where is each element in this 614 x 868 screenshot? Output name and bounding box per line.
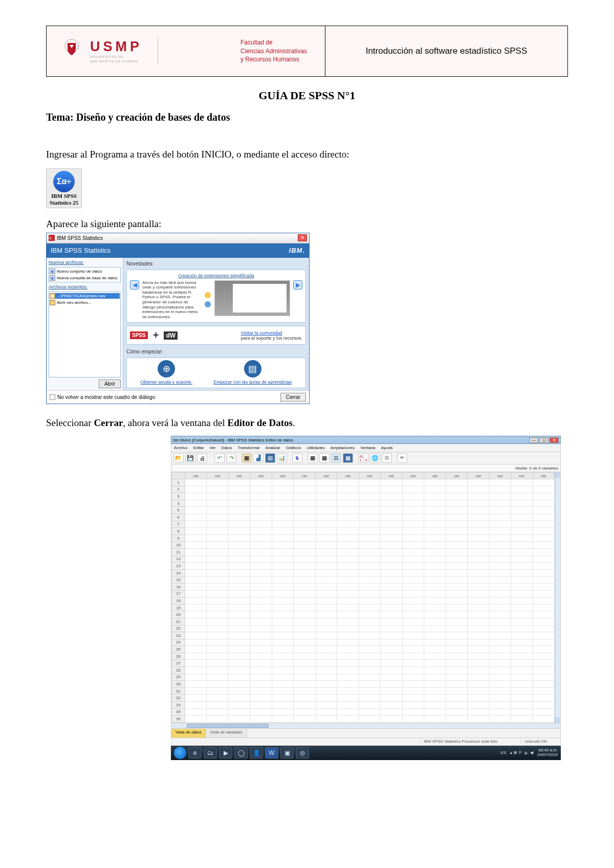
preview-image — [214, 280, 290, 316]
menu-utilidades[interactable]: Utilidades — [306, 446, 324, 450]
close-icon[interactable]: ✕ — [298, 234, 307, 241]
tutorial-link: Empezar con las guías de aprendizaje — [213, 380, 292, 385]
redo-icon[interactable]: ↷ — [226, 453, 236, 463]
spss-shortcut-icon[interactable]: Σα÷ IBM SPSS Statistics 25 — [46, 168, 82, 208]
taskbar-time: 08:40 a.m. — [538, 748, 558, 752]
extensions-link[interactable]: Creación de extensiones simplificada — [130, 273, 302, 278]
weight-cases-icon[interactable]: ⚖ — [331, 453, 341, 463]
ibm-logo: IBM. — [289, 247, 305, 254]
page-header: USMP UNIVERSIDAD DE SAN MARTIN DE PORRES… — [46, 26, 568, 77]
course-cell: Introducción al software estadístico SPS… — [325, 26, 568, 77]
new-db-query-item[interactable]: ◐Nueva consulta de base de datos — [50, 275, 120, 281]
svg-point-4 — [205, 301, 211, 307]
help-option[interactable]: ⊕ Obtener ayuda y soporte. — [141, 360, 193, 385]
faculty-line3: y Recursos Humanos — [240, 55, 307, 64]
help-icon: ⊕ — [158, 360, 175, 377]
tema-prefix: Tema: — [46, 112, 76, 123]
spss-app-icon: S — [49, 235, 55, 241]
taskbar-media-icon[interactable]: ▶ — [219, 747, 232, 759]
menu-analizar[interactable]: Analizar — [266, 446, 280, 450]
r-icon — [204, 301, 211, 308]
faculty-line2: Ciencias Administrativas — [240, 47, 307, 56]
goto-var-icon[interactable]: ▟ — [253, 453, 264, 463]
prev-arrow-icon[interactable]: ◀ — [130, 280, 139, 290]
novedades-panel: Creación de extensiones simplificada ◀ A… — [126, 270, 306, 323]
open-file-icon[interactable]: 📂 — [173, 453, 184, 463]
menu-editar[interactable]: Editar — [193, 446, 204, 450]
taskbar-app1-icon[interactable]: ▣ — [280, 747, 294, 759]
faculty-line1: Facultad de — [240, 38, 307, 47]
value-labels-icon[interactable]: ▦ — [308, 453, 318, 463]
editor-menubar: Archivo Editar Ver Datos Transformar Ana… — [171, 444, 561, 452]
python-icon — [204, 292, 211, 299]
insert-case-icon[interactable]: ♞ — [292, 453, 302, 463]
dw-badge-icon: dW — [164, 331, 178, 340]
taskbar-explorer-icon[interactable]: 🗂 — [204, 747, 217, 759]
community-link[interactable]: Visitar la comunidad — [240, 330, 302, 336]
find-icon[interactable]: ▤ — [265, 453, 275, 463]
print-icon[interactable]: 🖨 — [197, 453, 207, 463]
cerrar-button[interactable]: Cerrar — [280, 393, 306, 402]
maximize-button[interactable]: ☐ — [539, 437, 549, 443]
new-dataset-item[interactable]: ◐Nuevo conjunto de datos — [50, 269, 120, 274]
variables-icon[interactable]: 📊 — [277, 453, 287, 463]
split-file-icon[interactable]: ▦ — [319, 453, 330, 463]
vertical-scrollbar[interactable] — [555, 472, 560, 723]
recent-file-item[interactable]: ▦...\PRACTICA\Ejemplo.sav — [50, 293, 120, 299]
abc-icon[interactable]: ᴬᵇ — [397, 453, 407, 463]
menu-ayuda[interactable]: Ayuda — [381, 446, 393, 450]
editor-title-text: Sin título1 [ConjuntoDatos0] - IBM SPSS … — [173, 438, 293, 442]
undo-icon[interactable]: ↶ — [214, 453, 225, 463]
options-icon[interactable]: ⚙ — [382, 453, 392, 463]
taskbar-user-icon[interactable]: 👤 — [250, 747, 263, 759]
menu-graficos[interactable]: Gráficos — [286, 446, 301, 450]
goto-case-icon[interactable]: ▦ — [242, 453, 252, 463]
taskbar-word-icon[interactable]: W — [265, 747, 278, 759]
next-arrow-icon[interactable]: ▶ — [293, 280, 302, 290]
select-cases-icon[interactable]: ▦ — [343, 453, 353, 463]
getting-started-panel: ⊕ Obtener ayuda y soporte. ▤ Empezar con… — [126, 358, 306, 388]
taskbar-app2-icon[interactable]: ◎ — [296, 747, 309, 759]
community-sub: para el soporte y los recursos. — [240, 336, 302, 341]
close-button[interactable]: ✕ — [550, 437, 559, 443]
tab-data-view[interactable]: Vista de datos — [171, 729, 206, 738]
menu-ventana[interactable]: Ventana — [360, 446, 375, 450]
visible-vars-label: Visible: 0 de 0 variables — [515, 466, 558, 471]
welcome-footer: No volver a mostrar este cuadro de diálo… — [47, 390, 309, 404]
status-processor: IBM SPSS Statistics Processor está listo — [420, 739, 500, 744]
faculty-cell: Facultad de Ciencias Administrativas y R… — [228, 26, 325, 77]
save-icon[interactable]: 💾 — [185, 453, 195, 463]
data-grid[interactable]: varvarvarvarvarvarvarvarvarvarvarvarvarv… — [171, 472, 555, 723]
tab-variable-view[interactable]: Vista de variables — [206, 729, 247, 738]
tutorial-option[interactable]: ▤ Empezar con las guías de aprendizaje — [213, 360, 292, 385]
start-button[interactable] — [174, 747, 186, 759]
recientes-header: Archivos recientes: — [49, 284, 121, 290]
shortcut-label-2: Statistics 25 — [50, 200, 78, 206]
welcome-brand: IBM SPSS Statistics — [51, 247, 111, 254]
globe-icon[interactable]: 🌐 — [370, 453, 380, 463]
taskbar-ie-icon[interactable]: e — [188, 747, 202, 759]
open-other-file-item[interactable]: 📁Abrir otro archivo... — [50, 300, 120, 305]
tutorial-icon: ▤ — [244, 360, 261, 377]
menu-ver[interactable]: Ver — [210, 446, 216, 450]
editor-toolbar: 📂 💾 🖨 ↶ ↷ ▦ ▟ ▤ 📊 ♞ ▦ ▦ ⚖ ▦ A11→4 🌐 ⚙ ᴬᵇ — [171, 452, 561, 464]
welcome-window-title: IBM SPSS Statistics — [57, 235, 103, 241]
dont-show-checkbox[interactable]: No volver a mostrar este cuadro de diálo… — [50, 394, 155, 400]
menu-datos[interactable]: Datos — [222, 446, 232, 450]
menu-archivo[interactable]: Archivo — [174, 446, 188, 450]
university-sub2: SAN MARTIN DE PORRES — [90, 60, 142, 63]
menu-transformar[interactable]: Transformar — [238, 446, 260, 450]
taskbar-tray-icons[interactable]: ▴ 🖳 🏳 🔈 ◀ — [510, 750, 533, 755]
taskbar-chrome-icon[interactable]: ◯ — [234, 747, 248, 759]
minimize-button[interactable]: — — [529, 437, 538, 443]
help-link: Obtener ayuda y soporte. — [141, 380, 193, 385]
taskbar-lang[interactable]: ES — [500, 750, 506, 755]
editor-infobar: Visible: 0 de 0 variables — [171, 464, 561, 472]
use-subset-icon[interactable]: A11→4 — [358, 453, 368, 463]
abrir-button[interactable]: Abrir — [99, 380, 121, 388]
horizontal-scrollbar[interactable] — [171, 723, 561, 729]
menu-ampliaciones[interactable]: Ampliaciones — [331, 446, 355, 450]
usmp-logo: USMP UNIVERSIDAD DE SAN MARTIN DE PORRES — [59, 37, 158, 65]
spss-welcome-window: S IBM SPSS Statistics ✕ IBM SPSS Statist… — [46, 233, 310, 405]
instruction-1: Ingresar al Programa a través del botón … — [46, 148, 568, 161]
